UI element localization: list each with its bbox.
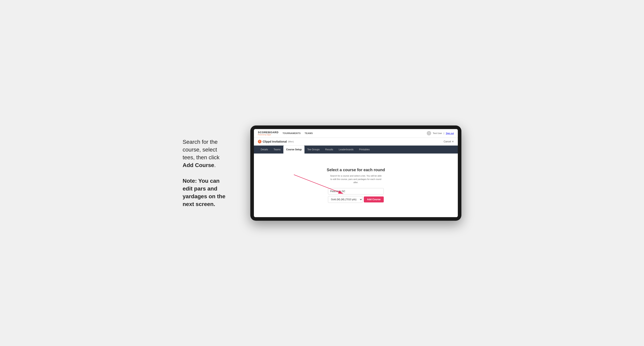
tab-course-setup[interactable]: Course Setup [283,146,304,154]
separator: | [444,132,444,134]
tab-teams[interactable]: Teams [271,146,283,154]
annotation-bold: Add Course [182,162,214,168]
annotation-panel: Search for thecourse, selecttees, then c… [182,138,238,208]
course-form: Gold (M) (M) (7010 yds) Add Course [328,188,384,203]
section-description: Search for a course and select a tee. Yo… [330,174,382,184]
tab-leaderboards[interactable]: Leaderboards [336,146,356,154]
nav-tournaments[interactable]: TOURNAMENTS [282,132,301,134]
nav-teams[interactable]: TEAMS [305,132,313,134]
add-course-button[interactable]: Add Course [364,196,384,202]
tournament-icon: C [258,140,262,143]
logo-sub: Powered by clippd [258,134,278,136]
avatar: T [427,131,431,135]
tab-printables[interactable]: Printables [356,146,372,154]
logo-title: SCOREBOARD [258,131,278,134]
close-icon: ✕ [452,140,454,143]
tablet-frame: SCOREBOARD Powered by clippd TOURNAMENTS… [250,126,462,221]
tournament-title: C Clippd Invitational (Men) [258,140,294,143]
sign-out-link[interactable]: Sign out [446,132,454,134]
tournament-name: Clippd Invitational [263,140,287,143]
logo: SCOREBOARD Powered by clippd [258,131,278,136]
main-nav: TOURNAMENTS TEAMS [282,132,313,134]
tab-tee-groups[interactable]: Tee Groups [304,146,322,154]
course-search-input[interactable] [328,188,384,194]
tournament-header: C Clippd Invitational (Men) Cancel ✕ [254,138,458,146]
annotation-note-prefix: Note: You canedit pars andyardages on th… [182,178,226,207]
tab-results[interactable]: Results [322,146,336,154]
user-name: Test User [433,132,442,134]
user-area: T Test User | Sign out [427,131,454,135]
tee-select[interactable]: Gold (M) (M) (7010 yds) [328,196,362,203]
topbar: SCOREBOARD Powered by clippd TOURNAMENTS… [254,129,458,138]
tee-select-row: Gold (M) (M) (7010 yds) Add Course [328,196,384,203]
section-title: Select a course for each round [327,168,385,172]
tab-nav: Details Teams Course Setup Tee Groups Re… [254,146,458,154]
cancel-button[interactable]: Cancel ✕ [444,140,454,143]
main-content: Select a course for each round Search fo… [254,154,458,217]
tournament-badge: (Men) [288,140,294,143]
logo-area: SCOREBOARD Powered by clippd TOURNAMENTS… [258,131,313,136]
tab-details[interactable]: Details [258,146,271,154]
